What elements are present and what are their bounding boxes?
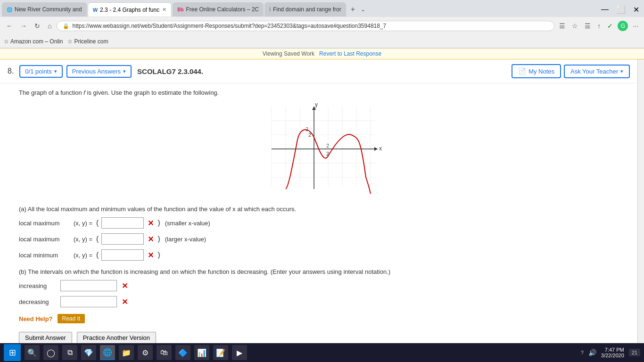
taskbar-search-button[interactable]: 🔍 <box>25 345 40 360</box>
tab-4[interactable]: l Find domain and range fror <box>264 2 346 16</box>
local-max-2-eq: (x, y) = <box>74 236 92 243</box>
local-max-1-x-input[interactable] <box>101 217 144 229</box>
need-help-row: Need Help? Read It <box>19 314 619 323</box>
prev-answers-button[interactable]: Previous Answers ▾ <box>66 65 132 78</box>
local-max-2-open-paren: ( <box>96 235 99 243</box>
svg-text:2: 2 <box>326 143 329 148</box>
tab-2-close[interactable]: ✕ <box>162 7 166 13</box>
page-wrapper: 8. 0/1 points ▾ Previous Answers ▾ SCOLA… <box>0 59 644 362</box>
tab-2-label: 2.3 - 2.4 Graphs of func <box>100 7 159 13</box>
footer-buttons: Submit Answer Practice Another Version <box>19 332 619 344</box>
graph-container: x y 2 2 2 2 <box>19 102 619 196</box>
lock-icon: 🔒 <box>63 23 69 29</box>
collections-button[interactable]: ☰ <box>583 21 593 31</box>
tab-2-icon: W <box>93 7 98 13</box>
taskbar-time: 7:47 PM <box>601 347 624 353</box>
tab-list-button[interactable]: ⌄ <box>359 5 367 14</box>
taskbar-cortana-button[interactable]: ◯ <box>43 345 58 360</box>
prev-answers-label: Previous Answers <box>72 68 121 75</box>
part-b-label: (b) The intervals on which the function … <box>19 268 619 275</box>
new-tab-button[interactable]: + <box>349 4 357 15</box>
local-max-1-row: local maximum (x, y) = ( ✕ ) (smaller x-… <box>19 217 619 229</box>
feedback-button[interactable]: ✓ <box>605 21 615 31</box>
favorites-button[interactable]: ☆ <box>570 21 580 31</box>
decreasing-input[interactable] <box>60 296 117 307</box>
local-min-open-paren: ( <box>96 251 99 259</box>
taskbar-app6-button[interactable]: ▶ <box>232 345 247 360</box>
local-max-2-x-input[interactable] <box>101 233 144 245</box>
decreasing-row: decreasing ✕ <box>19 296 619 307</box>
increasing-row: increasing ✕ <box>19 280 619 291</box>
local-max-1-x-mark: ✕ <box>148 219 154 228</box>
close-button[interactable]: ✕ <box>630 5 642 14</box>
bookmarks-bar: ☆ Amazon com – Onlin ☆ Priceline com <box>0 35 644 48</box>
scrollbar[interactable] <box>637 59 644 362</box>
read-it-button[interactable]: Read It <box>58 314 85 323</box>
decreasing-label: decreasing <box>19 298 57 305</box>
taskbar-app3-button[interactable]: 🔷 <box>175 345 190 360</box>
question-header: 8. 0/1 points ▾ Previous Answers ▾ SCOLA… <box>0 59 637 83</box>
part-a-label: (a) All the local maximum and minimum va… <box>19 206 619 213</box>
points-button[interactable]: 0/1 points ▾ <box>19 65 62 78</box>
taskbar-files-button[interactable]: 💎 <box>81 345 96 360</box>
local-min-eq: (x, y) = <box>74 252 92 259</box>
taskbar-date: 3/22/2020 <box>601 353 624 358</box>
ask-teacher-label: Ask Your Teacher <box>570 68 618 75</box>
reader-mode-button[interactable]: ☰ <box>557 21 567 31</box>
practice-another-button[interactable]: Practice Another Version <box>77 332 156 344</box>
browser-actions: ☰ ☆ ☰ ↑ ✓ G ··· <box>557 21 640 31</box>
extensions-button[interactable]: G <box>618 21 628 31</box>
tab-1[interactable]: 🌐 New River Community and <box>2 2 87 16</box>
tab-bar: 🌐 New River Community and W 2.3 - 2.4 Gr… <box>0 0 644 17</box>
bookmark-amazon[interactable]: ☆ Amazon com – Onlin <box>4 38 63 45</box>
menu-button[interactable]: ··· <box>631 21 640 31</box>
tab-3[interactable]: Bb Free Online Calculators – 2C <box>173 2 264 16</box>
share-button[interactable]: ↑ <box>595 21 603 31</box>
notification-bar: Viewing Saved Work Revert to Last Respon… <box>0 49 644 59</box>
taskbar-store-button[interactable]: 🛍 <box>157 345 172 360</box>
ask-teacher-button[interactable]: Ask Your Teacher ▾ <box>564 65 630 78</box>
increasing-label: increasing <box>19 282 57 289</box>
taskbar-taskview-button[interactable]: ⧉ <box>62 345 77 360</box>
tab-1-icon: 🌐 <box>7 7 12 12</box>
taskbar-app1-button[interactable]: 📁 <box>119 345 134 360</box>
function-graph: x y 2 2 2 2 <box>253 102 385 196</box>
local-min-close-paren: ) <box>157 251 160 259</box>
local-max-2-close-paren: ) <box>157 235 160 243</box>
tab-2[interactable]: W 2.3 - 2.4 Graphs of func ✕ <box>88 2 172 16</box>
tab-1-label: New River Community and <box>15 6 82 13</box>
local-min-x-mark: ✕ <box>148 251 154 260</box>
increasing-input[interactable] <box>60 280 117 291</box>
taskbar-browser-button[interactable]: 🌐 <box>100 345 115 360</box>
tab-3-icon: Bb <box>177 7 183 12</box>
submit-answer-button[interactable]: Submit Answer <box>19 332 72 344</box>
start-button[interactable]: ⊞ <box>4 344 21 361</box>
reload-button[interactable]: ↻ <box>32 21 42 31</box>
address-bar[interactable]: 🔒 https://www.webassign.net/web/Student/… <box>57 21 554 31</box>
local-max-2-hint: (larger x-value) <box>165 236 206 243</box>
points-chevron-icon: ▾ <box>54 68 57 74</box>
taskbar-app5-button[interactable]: 📝 <box>213 345 228 360</box>
restore-button[interactable]: ⬜ <box>613 5 628 14</box>
bookmark-priceline[interactable]: ☆ Priceline com <box>67 38 108 45</box>
forward-button[interactable]: → <box>18 21 29 31</box>
taskbar-notification-count[interactable]: 21 <box>629 349 640 356</box>
taskbar-app4-button[interactable]: 📊 <box>194 345 209 360</box>
local-min-x-input[interactable] <box>101 249 144 261</box>
increasing-x-mark: ✕ <box>122 281 128 290</box>
revert-link[interactable]: Revert to Last Response <box>319 50 381 57</box>
svg-text:y: y <box>315 102 318 108</box>
home-button[interactable]: ⌂ <box>45 21 54 31</box>
local-max-1-eq: (x, y) = <box>74 220 92 227</box>
tab-controls: + ⌄ <box>349 4 367 15</box>
back-button[interactable]: ← <box>4 21 15 31</box>
question-prompt: The graph of a function f is given. Use … <box>19 89 619 96</box>
points-label: 0/1 points <box>25 68 51 75</box>
local-max-2-row: local maximum (x, y) = ( ✕ ) (larger x-v… <box>19 233 619 245</box>
my-notes-button[interactable]: 📄 My Notes <box>512 64 561 78</box>
minimize-button[interactable]: — <box>598 5 611 14</box>
taskbar-app2-button[interactable]: ⚙ <box>138 345 153 360</box>
taskbar-help-icon[interactable]: ? <box>581 350 584 355</box>
taskbar: ⊞ 🔍 ◯ ⧉ 💎 🌐 📁 ⚙ 🛍 🔷 📊 📝 ▶ ? 🔊 7:47 PM 3/… <box>0 343 644 362</box>
taskbar-speaker-icon[interactable]: 🔊 <box>588 349 596 356</box>
